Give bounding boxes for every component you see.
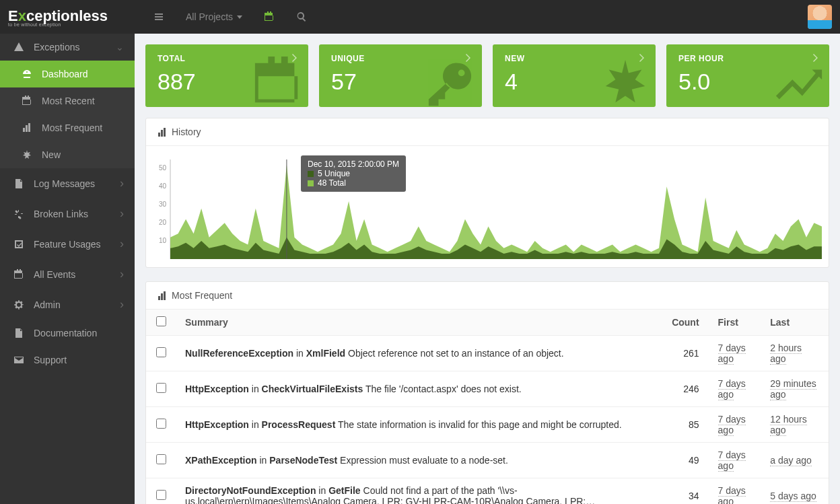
- row-checkbox[interactable]: [156, 490, 166, 500]
- key-icon: [425, 57, 478, 107]
- stat-total[interactable]: TOTAL 887: [145, 44, 308, 107]
- chevron-right-icon: [120, 297, 124, 312]
- asterisk-icon: [19, 149, 35, 160]
- row-summary: DirectoryNotFoundException in GetFile Co…: [176, 478, 648, 505]
- table-row[interactable]: DirectoryNotFoundException in GetFile Co…: [146, 478, 829, 505]
- tooltip-unique: 5 Unique: [318, 169, 350, 178]
- row-summary: HttpException in CheckVirtualFileExists …: [176, 371, 648, 407]
- project-selector-label: All Projects: [186, 11, 233, 22]
- row-first: 7 days ago: [709, 336, 761, 371]
- bar-chart-icon: [157, 291, 166, 300]
- row-count: 49: [648, 443, 709, 478]
- row-summary: NullReferenceException in XmlField Objec…: [176, 336, 648, 371]
- stat-new[interactable]: NEW 4: [493, 44, 656, 107]
- row-last: 5 days ago: [761, 478, 829, 505]
- search-icon[interactable]: [285, 0, 318, 34]
- row-checkbox[interactable]: [156, 454, 166, 464]
- col-first[interactable]: First: [709, 310, 761, 336]
- bar-chart-icon: [19, 122, 35, 133]
- row-first: 7 days ago: [709, 371, 761, 407]
- row-first: 7 days ago: [709, 443, 761, 478]
- row-last: 29 minutes ago: [761, 371, 829, 407]
- most-frequent-panel: Most Frequent Summary Count First Last N…: [145, 281, 829, 504]
- sidebar-item-label: Most Recent: [42, 96, 95, 106]
- col-last[interactable]: Last: [761, 310, 829, 336]
- row-count: 34: [648, 478, 709, 505]
- chevron-right-icon: [120, 267, 124, 281]
- row-count: 246: [648, 371, 709, 407]
- sidebar-item-label: Dashboard: [42, 69, 88, 79]
- sidebar-item-label: Exceptions: [34, 42, 79, 52]
- unlink-icon: [11, 209, 27, 219]
- history-chart[interactable]: 1020304050 Dec 10, 2015 2:00:00 PM 5 Uni…: [146, 146, 829, 267]
- history-panel: History 1020304050 Dec 10, 2015 2:00:00 …: [145, 118, 829, 268]
- sidebar: ExceptionsDashboardMost RecentMost Frequ…: [0, 34, 135, 504]
- row-count: 85: [648, 407, 709, 443]
- tooltip-total: 48 Total: [318, 178, 346, 188]
- file-icon: [11, 328, 27, 338]
- sidebar-item-label: Most Frequent: [42, 122, 102, 133]
- col-summary[interactable]: Summary: [176, 310, 648, 336]
- chevron-right-icon: [120, 237, 124, 251]
- sidebar-item-feature-usages[interactable]: Feature Usages: [0, 229, 135, 259]
- stat-perhour[interactable]: PER HOUR 5.0: [666, 44, 829, 107]
- row-count: 261: [648, 336, 709, 371]
- toggle-sidebar[interactable]: [143, 0, 175, 34]
- swatch-total-icon: [308, 180, 314, 186]
- col-count[interactable]: Count: [648, 310, 709, 336]
- swatch-unique-icon: [308, 171, 314, 177]
- sidebar-subitem-most-frequent[interactable]: Most Frequent: [0, 114, 135, 141]
- sidebar-subitem-most-recent[interactable]: Most Recent: [0, 87, 135, 114]
- row-summary: HttpException in ProcessRequest The stat…: [176, 407, 648, 443]
- gauge-icon: [19, 69, 35, 79]
- history-header: History: [146, 118, 829, 146]
- sidebar-item-label: Admin: [34, 299, 61, 310]
- sidebar-item-all-events[interactable]: All Events: [0, 259, 135, 289]
- most-frequent-header: Most Frequent: [146, 282, 829, 310]
- main: TOTAL 887 UNIQUE 57 NEW 4 PER HOUR 5.0 H…: [135, 34, 840, 504]
- sidebar-subitem-new[interactable]: New: [0, 141, 135, 168]
- table-row[interactable]: XPathException in ParseNodeTest Expressi…: [146, 443, 829, 478]
- sidebar-subitem-dashboard[interactable]: Dashboard: [0, 61, 135, 87]
- calendar-icon: [11, 269, 27, 280]
- row-checkbox[interactable]: [156, 383, 166, 393]
- select-all-col: [146, 310, 176, 336]
- sidebar-item-exceptions[interactable]: Exceptions: [0, 34, 135, 61]
- sidebar-item-broken-links[interactable]: Broken Links: [0, 199, 135, 229]
- row-summary: XPathException in ParseNodeTest Expressi…: [176, 443, 648, 478]
- bar-chart-icon: [157, 127, 166, 137]
- avatar[interactable]: [808, 5, 832, 29]
- warning-triangle-icon: [11, 42, 27, 52]
- sidebar-item-documentation[interactable]: Documentation: [0, 320, 135, 347]
- table-row[interactable]: NullReferenceException in XmlField Objec…: [146, 336, 829, 371]
- select-all-checkbox[interactable]: [156, 316, 166, 326]
- calendar-icon[interactable]: [253, 0, 285, 34]
- stat-unique[interactable]: UNIQUE 57: [319, 44, 482, 107]
- trend-icon: [773, 57, 825, 107]
- envelope-icon: [11, 355, 27, 365]
- sidebar-item-log-messages[interactable]: Log Messages: [0, 168, 135, 199]
- sidebar-item-support[interactable]: Support: [0, 347, 135, 373]
- history-title: History: [172, 127, 201, 137]
- row-checkbox[interactable]: [156, 347, 166, 357]
- sidebar-item-label: New: [42, 149, 61, 160]
- topbar: Exceptionless to be without exception Al…: [0, 0, 840, 34]
- logo[interactable]: Exceptionless to be without exception: [8, 7, 143, 27]
- row-last: a day ago: [761, 443, 829, 478]
- svg-text:10: 10: [159, 237, 167, 244]
- sidebar-item-label: Feature Usages: [34, 239, 101, 250]
- sidebar-item-admin[interactable]: Admin: [0, 289, 135, 320]
- row-last: 12 hours ago: [761, 407, 829, 443]
- table-row[interactable]: HttpException in CheckVirtualFileExists …: [146, 371, 829, 407]
- svg-text:20: 20: [159, 219, 167, 226]
- calendar-icon: [19, 96, 35, 106]
- chevron-down-icon: [116, 42, 124, 52]
- check-square-icon: [11, 239, 27, 250]
- sidebar-item-label: Support: [34, 355, 67, 365]
- row-checkbox[interactable]: [156, 419, 166, 429]
- svg-text:30: 30: [159, 201, 167, 208]
- project-selector[interactable]: All Projects: [175, 0, 253, 34]
- sidebar-item-label: All Events: [34, 269, 75, 280]
- table-row[interactable]: HttpException in ProcessRequest The stat…: [146, 407, 829, 443]
- svg-text:40: 40: [159, 182, 167, 190]
